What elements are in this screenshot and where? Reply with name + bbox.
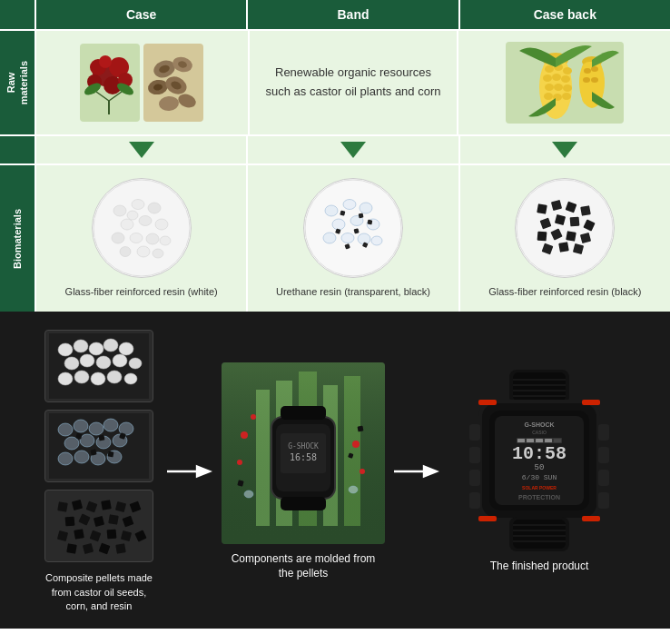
molding-column: G-SHOCK 16:58 Components are molded from… — [222, 362, 385, 582]
arrow-right-1-svg — [167, 458, 212, 485]
svg-rect-194 — [469, 447, 480, 463]
svg-rect-210 — [554, 439, 561, 442]
clear-pellets-svg — [304, 179, 402, 277]
pellet-caption: Composite pellets made from castor oil s… — [40, 571, 158, 613]
svg-point-175 — [244, 490, 253, 498]
svg-point-28 — [545, 65, 554, 73]
svg-point-36 — [563, 84, 572, 92]
raw-band-text: Renewable organic resourcessuch as casto… — [266, 64, 441, 102]
svg-rect-190 — [582, 400, 600, 405]
white-pellets-box-svg — [49, 333, 149, 399]
svg-point-31 — [543, 74, 552, 82]
white-pellets-image — [92, 178, 192, 278]
svg-point-98 — [74, 340, 88, 352]
svg-marker-180 — [423, 465, 439, 479]
svg-point-34 — [545, 84, 554, 91]
svg-rect-152 — [115, 544, 126, 555]
down-arrow-caseback — [552, 142, 577, 158]
top-section: Case Band Case back Rawmaterials — [0, 0, 670, 312]
svg-point-58 — [120, 247, 131, 257]
svg-point-70 — [341, 233, 354, 243]
header-case: Case — [34, 0, 246, 29]
svg-rect-141 — [108, 515, 119, 526]
svg-point-60 — [153, 249, 163, 258]
svg-rect-146 — [107, 530, 117, 540]
svg-point-118 — [64, 437, 79, 450]
svg-point-52 — [139, 216, 152, 226]
svg-point-39 — [562, 93, 571, 100]
svg-rect-94 — [559, 242, 570, 253]
header-band: Band — [246, 0, 458, 29]
svg-point-109 — [91, 372, 105, 385]
arrow-cells — [34, 136, 670, 163]
svg-point-110 — [107, 371, 122, 383]
svg-text:G-SHOCK: G-SHOCK — [524, 421, 554, 428]
header-label-cell — [0, 0, 34, 29]
svg-point-45 — [583, 77, 590, 83]
svg-point-66 — [332, 219, 345, 230]
bio-band-caption: Urethane resin (transparent, black) — [276, 285, 430, 299]
bottom-section: Composite pellets made from castor oil s… — [0, 312, 670, 628]
svg-point-177 — [251, 414, 256, 420]
svg-point-100 — [103, 339, 118, 352]
svg-rect-198 — [598, 447, 609, 463]
svg-rect-91 — [567, 231, 577, 242]
svg-point-122 — [58, 452, 73, 465]
svg-rect-191 — [478, 516, 497, 521]
molding-image: G-SHOCK 16:58 — [222, 362, 385, 544]
svg-point-99 — [89, 342, 103, 355]
bio-caseback-cell: Glass-fiber reinforced resin (black) — [458, 165, 670, 312]
svg-point-171 — [237, 460, 242, 465]
svg-text:10:58: 10:58 — [512, 443, 567, 464]
svg-rect-197 — [598, 424, 609, 441]
svg-rect-164 — [281, 406, 326, 420]
svg-text:6/30 SUN: 6/30 SUN — [522, 473, 557, 481]
svg-point-111 — [124, 373, 137, 384]
black-pellets-box-svg — [49, 493, 149, 559]
svg-point-123 — [74, 451, 89, 463]
svg-point-64 — [343, 200, 356, 210]
svg-point-113 — [58, 423, 73, 436]
svg-point-170 — [352, 441, 360, 448]
corn-image — [506, 42, 624, 124]
svg-point-47 — [94, 180, 190, 276]
svg-rect-135 — [101, 500, 112, 511]
svg-rect-206 — [517, 439, 525, 442]
svg-point-115 — [89, 422, 103, 435]
biomaterials-row: Biomaterials — [0, 163, 670, 312]
svg-point-108 — [74, 371, 89, 383]
svg-point-62 — [305, 180, 401, 276]
finished-caption: The finished product — [490, 559, 589, 574]
svg-text:50: 50 — [535, 463, 545, 472]
svg-rect-130 — [108, 451, 114, 458]
svg-point-119 — [80, 434, 94, 447]
bio-case-cell: Glass-fiber reinforced resin (white) — [34, 165, 246, 312]
svg-point-43 — [584, 68, 591, 74]
black-pellets-image — [515, 178, 615, 278]
svg-rect-199 — [598, 470, 609, 486]
svg-rect-89 — [537, 232, 547, 242]
svg-rect-196 — [469, 492, 480, 509]
svg-rect-209 — [545, 439, 552, 442]
svg-point-33 — [561, 75, 570, 83]
svg-point-51 — [121, 219, 133, 230]
svg-point-50 — [148, 203, 161, 213]
svg-point-97 — [58, 343, 73, 356]
raw-materials-data: Renewable organic resourcessuch as casto… — [34, 31, 670, 134]
clear-pellets-box-svg — [49, 413, 149, 479]
svg-point-63 — [325, 205, 338, 216]
svg-rect-200 — [598, 492, 609, 509]
svg-point-176 — [349, 486, 358, 493]
molding-svg: G-SHOCK 16:58 — [222, 362, 385, 544]
svg-rect-74 — [359, 213, 364, 219]
bio-band-cell: Urethane resin (transparent, black) — [246, 165, 458, 312]
svg-point-104 — [96, 356, 111, 369]
white-pellets-svg — [93, 179, 191, 277]
svg-rect-165 — [281, 497, 326, 510]
finished-watch-image: G-SHOCK CASIO 10:58 50 6/30 SUN — [448, 370, 630, 551]
pellets-column: Composite pellets made from castor oil s… — [40, 330, 158, 613]
svg-rect-207 — [527, 439, 534, 442]
down-arrow-band — [340, 142, 366, 158]
svg-text:CASIO: CASIO — [532, 430, 547, 435]
svg-point-35 — [554, 84, 563, 91]
